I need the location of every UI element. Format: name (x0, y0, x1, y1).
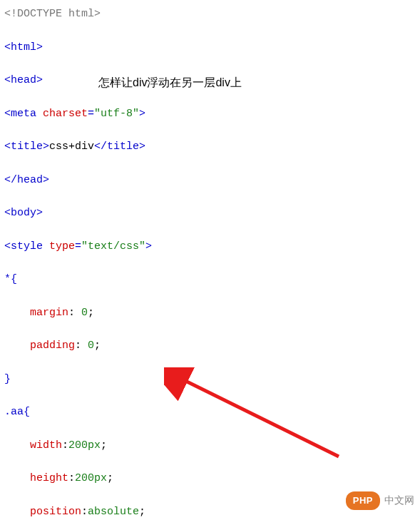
tag-body-open: <body> (4, 207, 43, 219)
watermark-badge: PHP 中文网 (346, 491, 414, 510)
selector-star: *{ (4, 273, 17, 285)
title-text: css+div (49, 141, 94, 153)
annotation-text: 怎样让div浮动在另一层div上 (98, 74, 242, 92)
tag-html-open: <html> (4, 41, 43, 53)
tag-head-open: <head> (4, 74, 43, 86)
badge-pill: PHP (346, 491, 380, 510)
selector-aa: .aa{ (4, 406, 30, 418)
badge-label: 中文网 (384, 493, 414, 509)
doctype: <!DOCTYPE html> (4, 8, 101, 20)
tag-head-close: </head> (4, 174, 49, 186)
